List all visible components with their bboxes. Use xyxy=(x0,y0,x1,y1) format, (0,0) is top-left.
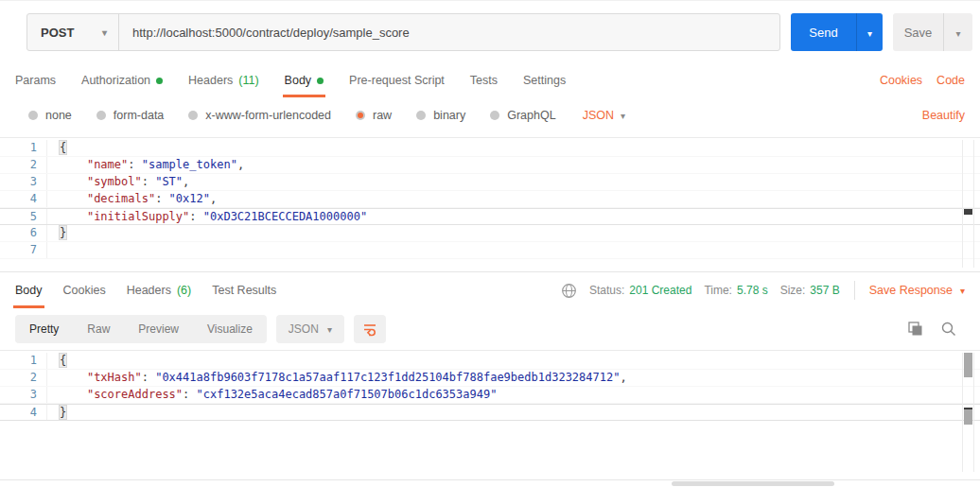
url-bar: POST ▾ xyxy=(26,13,780,51)
body-format-select[interactable]: JSON ▾ xyxy=(583,109,625,122)
code-text: } xyxy=(47,225,66,241)
save-button[interactable]: Save xyxy=(893,13,943,51)
radio-icon xyxy=(490,111,499,120)
line-number: 3 xyxy=(0,387,47,403)
punctuation: : xyxy=(142,175,155,188)
radio-label: GraphQL xyxy=(507,109,555,122)
radio-label: form-data xyxy=(114,109,165,122)
radio-label: none xyxy=(45,109,72,122)
tab-label: Headers xyxy=(127,284,171,297)
tab-pre-request-script[interactable]: Pre-request Script xyxy=(349,63,445,97)
body-type-row: noneform-datax-www-form-urlencodedrawbin… xyxy=(0,97,980,137)
response-body-editor: 1{2 "txHash": "0x441a8fb9603f7178c1a57aa… xyxy=(0,350,980,476)
json-string: "0x12" xyxy=(169,192,210,205)
send-button[interactable]: Send xyxy=(791,13,856,51)
code-text: "decimals": "0x12", xyxy=(47,191,217,207)
code-line[interactable]: 1{ xyxy=(0,140,980,157)
line-number: 1 xyxy=(0,353,47,369)
tab-label: Params xyxy=(15,74,56,87)
line-number: 2 xyxy=(0,370,47,386)
tab-headers[interactable]: Headers(6) xyxy=(127,272,192,308)
method-select[interactable]: POST ▾ xyxy=(27,14,119,50)
request-tabs: ParamsAuthorizationHeaders(11)BodyPre-re… xyxy=(15,63,591,97)
radio-icon xyxy=(356,111,365,120)
cookies-link[interactable]: Cookies xyxy=(880,74,922,87)
code-line: 2 "txHash": "0x441a8fb9603f7178c1a57aaf1… xyxy=(0,370,980,387)
radio-icon xyxy=(28,111,38,120)
json-string: "ST" xyxy=(155,175,183,188)
tab-body[interactable]: Body xyxy=(285,63,324,97)
search-icon[interactable] xyxy=(940,321,957,338)
code-link[interactable]: Code xyxy=(936,74,965,87)
json-string: "0x441a8fb9603f7178c1a57aaf117c123f1dd25… xyxy=(155,371,620,384)
horizontal-scrollbar[interactable] xyxy=(672,481,834,486)
response-editor-scrollbar[interactable] xyxy=(962,353,974,472)
view-tab-visualize[interactable]: Visualize xyxy=(193,315,267,343)
scrollbar-thumb[interactable] xyxy=(964,353,972,377)
send-options-button[interactable]: ▾ xyxy=(856,13,883,51)
code-line[interactable]: 7 xyxy=(0,242,980,259)
copy-icon[interactable] xyxy=(907,321,924,338)
code-line[interactable]: 2 "name": "sample_token", xyxy=(0,157,980,174)
punctuation: , xyxy=(210,192,217,205)
view-tab-preview[interactable]: Preview xyxy=(124,315,193,343)
wrap-text-button[interactable] xyxy=(354,315,386,343)
body-type-binary[interactable]: binary xyxy=(416,109,465,122)
chevron-down-icon: ▾ xyxy=(955,28,960,39)
view-tab-raw[interactable]: Raw xyxy=(73,315,124,343)
response-format-label: JSON xyxy=(289,322,319,336)
punctuation xyxy=(60,210,87,223)
tab-label: Test Results xyxy=(212,284,276,297)
code-text: "name": "sample_token", xyxy=(47,157,244,173)
tab-count-badge: (6) xyxy=(177,284,191,297)
save-options-button[interactable]: ▾ xyxy=(943,13,972,51)
tab-settings[interactable]: Settings xyxy=(523,63,566,97)
body-type-x-www-form-urlencoded[interactable]: x-www-form-urlencoded xyxy=(188,109,331,122)
code-line[interactable]: 3 "symbol": "ST", xyxy=(0,174,980,191)
code-text: } xyxy=(47,405,66,420)
punctuation: , xyxy=(237,158,244,171)
view-tab-pretty[interactable]: Pretty xyxy=(15,315,73,343)
save-response-button[interactable]: Save Response ▾ xyxy=(869,284,965,297)
scrollbar-thumb[interactable] xyxy=(964,408,972,425)
time-value: 5.78 s xyxy=(737,284,768,297)
url-input[interactable] xyxy=(119,14,779,50)
status-badge: Status: 201 Created xyxy=(589,284,691,297)
body-format-label: JSON xyxy=(583,109,614,122)
chevron-down-icon: ▾ xyxy=(960,286,965,296)
tab-tests[interactable]: Tests xyxy=(470,63,498,97)
tab-test-results[interactable]: Test Results xyxy=(212,272,276,308)
line-number: 1 xyxy=(0,140,47,156)
url-row: POST ▾ Send ▾ Save ▾ xyxy=(0,1,980,63)
tab-params[interactable]: Params xyxy=(15,63,56,97)
divider xyxy=(0,479,980,480)
code-line: 3 "scoreAddress": "cxf132e5aca4ecad857a0… xyxy=(0,387,980,404)
tab-cookies[interactable]: Cookies xyxy=(63,272,106,308)
response-format-select[interactable]: JSON ▾ xyxy=(276,315,344,343)
beautify-link[interactable]: Beautify xyxy=(922,109,965,122)
scrollbar-thumb[interactable] xyxy=(964,209,972,215)
punctuation xyxy=(60,388,87,401)
response-tabs: BodyCookiesHeaders(6)Test Results xyxy=(15,272,297,308)
tab-count-badge: (11) xyxy=(238,74,258,87)
punctuation xyxy=(60,158,87,171)
tab-label: Authorization xyxy=(81,74,150,87)
body-type-graphql[interactable]: GraphQL xyxy=(490,109,555,122)
body-type-raw[interactable]: raw xyxy=(356,109,392,122)
globe-icon xyxy=(561,283,577,299)
body-type-form-data[interactable]: form-data xyxy=(96,109,165,122)
size-value: 357 B xyxy=(810,284,839,297)
request-editor-scrollbar[interactable] xyxy=(962,140,974,268)
code-line[interactable]: 4 "decimals": "0x12", xyxy=(0,191,980,208)
code-line[interactable]: 6} xyxy=(0,225,980,242)
request-body-editor[interactable]: 1{2 "name": "sample_token",3 "symbol": "… xyxy=(0,137,980,271)
green-dot-icon xyxy=(317,78,324,84)
code-line[interactable]: 5 "initialSupply": "0xD3C21BCECCEDA10000… xyxy=(0,208,980,225)
body-type-none[interactable]: none xyxy=(28,109,72,122)
body-type-options: noneform-datax-www-form-urlencodedrawbin… xyxy=(28,109,581,122)
tab-body[interactable]: Body xyxy=(15,272,43,308)
tab-headers[interactable]: Headers(11) xyxy=(188,63,259,97)
tab-authorization[interactable]: Authorization xyxy=(81,63,163,97)
chevron-down-icon: ▾ xyxy=(327,324,332,335)
response-section: BodyCookiesHeaders(6)Test Results Status… xyxy=(0,271,980,476)
